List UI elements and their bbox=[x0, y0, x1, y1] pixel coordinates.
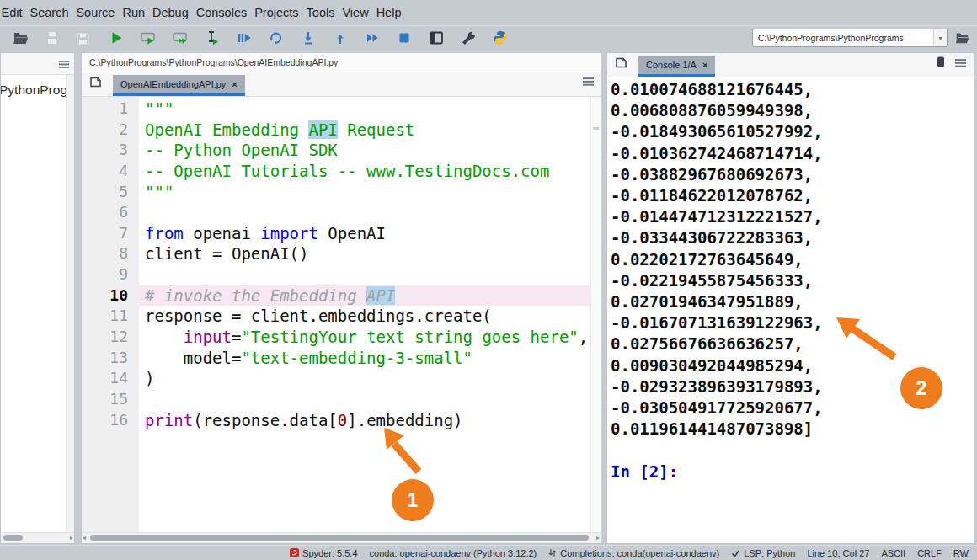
prompt-number: 2 bbox=[649, 462, 659, 481]
projects-vertical-scrollbar[interactable] bbox=[66, 75, 74, 532]
code-line-5[interactable]: """ bbox=[139, 182, 590, 203]
menu-item-help[interactable]: Help bbox=[376, 6, 402, 19]
scroll-right-icon[interactable]: ▸ bbox=[596, 534, 600, 541]
save-all-icon[interactable] bbox=[76, 29, 93, 46]
projects-horizontal-scrollbar[interactable]: ▸ bbox=[1, 532, 74, 543]
breadcrumb: C:\PythonPrograms\PythonPrograms\OpenAIE… bbox=[82, 53, 601, 72]
editor-vertical-scrollbar[interactable] bbox=[590, 97, 601, 532]
run-cell-advance-icon[interactable] bbox=[172, 29, 189, 46]
open-file-icon[interactable] bbox=[12, 29, 29, 46]
working-directory-bar: C:\PythonPrograms\PythonPrograms ▾ bbox=[752, 29, 970, 47]
menu-item-view[interactable]: View bbox=[342, 6, 368, 19]
project-root-item[interactable]: PythonProg bbox=[1, 83, 74, 98]
code-line-2[interactable]: OpenAI Embedding API Request bbox=[139, 120, 590, 141]
code-line-10[interactable]: # invoke the Embedding API bbox=[139, 285, 590, 307]
console-prompt[interactable]: In [2]: bbox=[611, 461, 974, 483]
code-area[interactable]: """OpenAI Embedding API Request-- Python… bbox=[139, 97, 590, 532]
console-output[interactable]: 0.010074688121676445,0.00680887605994939… bbox=[607, 77, 974, 543]
console-environment-icon[interactable] bbox=[937, 56, 945, 71]
status-completions[interactable]: Completions: conda(openai-condaenv) bbox=[548, 548, 719, 558]
console-output-line: -0.018493065610527992, bbox=[611, 121, 974, 142]
run-cell-icon[interactable] bbox=[140, 29, 157, 46]
menu-item-debug[interactable]: Debug bbox=[152, 6, 189, 19]
console-output-line: -0.016707131639122963, bbox=[611, 312, 974, 333]
stop-icon[interactable] bbox=[396, 29, 413, 46]
check-icon bbox=[731, 549, 740, 557]
line-number: 8 bbox=[82, 243, 128, 264]
run-file-icon[interactable] bbox=[108, 29, 125, 46]
code-line-14[interactable]: ) bbox=[139, 368, 590, 389]
code-line-3[interactable]: -- Python OpenAI SDK bbox=[139, 140, 590, 161]
pane-options-icon[interactable] bbox=[59, 56, 69, 72]
menu-item-projects[interactable]: Projects bbox=[254, 6, 298, 19]
status-lsp[interactable]: LSP: Python bbox=[731, 548, 795, 558]
console-output-line: 0.02701946347951889, bbox=[611, 291, 974, 312]
code-editor[interactable]: 12345678910111213141516 """OpenAI Embedd… bbox=[82, 97, 601, 532]
console-output-line: -0.01184622012078762, bbox=[611, 185, 974, 206]
line-number: 15 bbox=[82, 389, 128, 410]
step-return-icon[interactable] bbox=[332, 29, 349, 46]
code-line-12[interactable]: input="TestingYour text string goes here… bbox=[139, 327, 590, 348]
console-options-icon[interactable] bbox=[955, 56, 966, 71]
console-output-line: -0.03344306722283363, bbox=[611, 227, 974, 248]
tab-openaiembeddingapi[interactable]: OpenAIEmbeddingAPI.py × bbox=[113, 75, 245, 96]
line-number: 5 bbox=[82, 182, 128, 203]
line-number: 2 bbox=[82, 120, 128, 141]
console-output-line: 0.010074688121676445, bbox=[611, 79, 974, 100]
code-line-9[interactable] bbox=[139, 264, 590, 285]
working-directory-combo[interactable]: C:\PythonPrograms\PythonPrograms ▾ bbox=[752, 29, 948, 47]
close-icon[interactable]: × bbox=[232, 80, 237, 89]
tab-console-1a[interactable]: Console 1/A × bbox=[638, 56, 715, 77]
code-line-13[interactable]: model="text-embedding-3-small" bbox=[139, 348, 590, 369]
scrollbar-thumb[interactable] bbox=[90, 535, 589, 541]
code-line-6[interactable] bbox=[139, 202, 590, 223]
step-into-icon[interactable] bbox=[300, 29, 317, 46]
menu-item-source[interactable]: Source bbox=[76, 6, 115, 19]
code-line-1[interactable]: """ bbox=[139, 99, 590, 120]
code-line-8[interactable]: client = OpenAI() bbox=[139, 243, 590, 264]
editor-horizontal-scrollbar[interactable]: ◂ ▸ bbox=[82, 532, 601, 543]
maximize-pane-icon[interactable] bbox=[428, 29, 445, 46]
menu-item-consoles[interactable]: Consoles bbox=[196, 6, 247, 19]
run-next-line-icon[interactable] bbox=[268, 29, 285, 46]
new-file-icon[interactable] bbox=[89, 76, 102, 92]
run-selection-icon[interactable] bbox=[204, 29, 221, 46]
status-eol: CRLF bbox=[917, 548, 942, 558]
preferences-icon[interactable] bbox=[460, 29, 477, 46]
line-number: 4 bbox=[82, 161, 128, 182]
chevron-down-icon[interactable]: ▾ bbox=[933, 29, 947, 46]
console-output-line: -0.030504917725920677, bbox=[611, 397, 974, 419]
code-line-7[interactable]: from openai import OpenAI bbox=[139, 223, 590, 244]
scrollbar-flag bbox=[593, 127, 599, 130]
scrollbar-thumb[interactable] bbox=[3, 535, 23, 541]
line-number: 3 bbox=[82, 140, 128, 161]
code-line-16[interactable]: print(response.data[0].embedding) bbox=[139, 410, 590, 431]
save-icon[interactable] bbox=[44, 29, 61, 46]
line-number: 6 bbox=[82, 202, 128, 223]
working-directory-value[interactable]: C:\PythonPrograms\PythonPrograms bbox=[753, 33, 933, 43]
tabbar-menu-icon[interactable] bbox=[583, 74, 594, 89]
continue-icon[interactable] bbox=[364, 29, 381, 46]
main-toolbar: C:\PythonPrograms\PythonPrograms ▾ bbox=[0, 25, 977, 50]
new-console-icon[interactable] bbox=[615, 56, 627, 72]
code-line-15[interactable] bbox=[139, 389, 590, 410]
menu-item-edit[interactable]: Edit bbox=[2, 6, 23, 19]
code-line-11[interactable]: response = client.embeddings.create( bbox=[139, 306, 590, 327]
projects-pane: PythonProg ▸ bbox=[0, 52, 75, 544]
browse-directory-icon[interactable] bbox=[953, 29, 970, 46]
editor-tabbar: OpenAIEmbeddingAPI.py × bbox=[82, 72, 601, 97]
code-line-4[interactable]: -- OpenAI Tutorials -- www.TestingDocs.c… bbox=[139, 161, 590, 182]
scroll-left-icon[interactable]: ◂ bbox=[83, 534, 86, 541]
menu-item-search[interactable]: Search bbox=[30, 6, 69, 19]
menu-item-run[interactable]: Run bbox=[122, 6, 145, 19]
close-icon[interactable]: × bbox=[702, 61, 707, 70]
line-number: 14 bbox=[82, 368, 128, 389]
status-conda-env[interactable]: conda: openai-condaenv (Python 3.12.2) bbox=[370, 548, 537, 558]
menu-item-tools[interactable]: Tools bbox=[307, 6, 335, 19]
line-number: 1 bbox=[82, 99, 128, 120]
line-number: 13 bbox=[82, 348, 128, 369]
python-environment-icon[interactable] bbox=[492, 29, 509, 46]
scroll-right-icon[interactable]: ▸ bbox=[70, 534, 73, 541]
debug-file-icon[interactable] bbox=[236, 29, 253, 46]
line-number: 12 bbox=[82, 327, 128, 348]
